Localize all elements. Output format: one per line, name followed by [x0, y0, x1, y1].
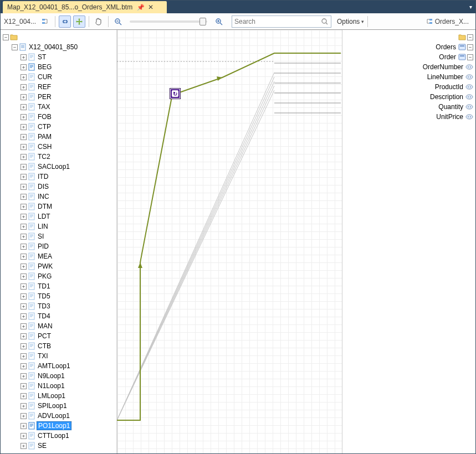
- tree-mode-button[interactable]: [39, 16, 52, 28]
- tree-row-td1[interactable]: +TD1: [3, 281, 116, 291]
- tree-row-cttloop1[interactable]: +CTTLoop1: [3, 431, 116, 441]
- expand-icon[interactable]: +: [21, 403, 27, 409]
- tree-row-mea[interactable]: +MEA: [3, 251, 116, 261]
- tree-row-po1loop1[interactable]: +PO1Loop1: [3, 421, 116, 431]
- collapse-icon[interactable]: −: [467, 44, 473, 50]
- tree-row-txi[interactable]: +TXI: [3, 351, 116, 361]
- link-green-in[interactable]: [117, 94, 172, 420]
- tree-row-si[interactable]: +SI: [3, 231, 116, 241]
- tree-row-pct[interactable]: +PCT: [3, 331, 116, 341]
- expand-icon[interactable]: +: [21, 84, 27, 90]
- expand-icon[interactable]: +: [21, 144, 27, 150]
- tree-row-se[interactable]: +SE: [3, 441, 116, 451]
- expand-icon[interactable]: +: [21, 343, 27, 349]
- expand-icon[interactable]: +: [21, 74, 27, 80]
- tree-row-schema[interactable]: −: [409, 32, 473, 42]
- expand-icon[interactable]: +: [21, 64, 27, 70]
- tree-row-tc2[interactable]: +TC2: [3, 152, 116, 162]
- expand-icon[interactable]: +: [21, 323, 27, 329]
- expand-icon[interactable]: +: [21, 204, 27, 210]
- zoom-slider[interactable]: [130, 20, 207, 23]
- zoom-out-button[interactable]: [112, 16, 124, 28]
- tree-row-inc[interactable]: +INC: [3, 192, 116, 202]
- tree-row-ctb[interactable]: +CTB: [3, 341, 116, 351]
- tree-row-pid[interactable]: +PID: [3, 241, 116, 251]
- options-dropdown[interactable]: Options ▾: [337, 18, 364, 25]
- expand-icon[interactable]: +: [21, 333, 27, 339]
- expand-icon[interactable]: +: [21, 353, 27, 359]
- tree-row-td5[interactable]: +TD5: [3, 291, 116, 301]
- collapse-icon[interactable]: −: [467, 34, 473, 40]
- tree-row-spiloop1[interactable]: +SPILoop1: [3, 401, 116, 411]
- tree-row-productid[interactable]: ProductId: [409, 82, 473, 92]
- expand-icon[interactable]: +: [21, 423, 27, 429]
- tree-row-tax[interactable]: +TAX: [3, 102, 116, 112]
- expand-icon[interactable]: +: [21, 194, 27, 200]
- expand-icon[interactable]: +: [21, 264, 27, 270]
- tree-row-ctp[interactable]: +CTP: [3, 122, 116, 132]
- tree-row-man[interactable]: +MAN: [3, 321, 116, 331]
- expand-icon[interactable]: +: [21, 184, 27, 190]
- tab-overflow-icon[interactable]: ▾: [469, 4, 472, 10]
- expand-icon[interactable]: +: [21, 234, 27, 240]
- search-input[interactable]: [234, 18, 321, 25]
- show-grid-button[interactable]: [73, 16, 85, 28]
- expand-icon[interactable]: +: [21, 164, 27, 170]
- dest-tree[interactable]: −Orders−Order−OrderNumberLineNumberProdu…: [409, 30, 475, 124]
- expand-icon[interactable]: +: [21, 224, 27, 230]
- search-icon[interactable]: [321, 18, 329, 25]
- expand-icon[interactable]: +: [21, 303, 27, 309]
- tree-row-lmloop1[interactable]: +LMLoop1: [3, 391, 116, 401]
- tree-row-quantity[interactable]: Quantity: [409, 102, 473, 112]
- expand-icon[interactable]: +: [21, 174, 27, 180]
- search-box[interactable]: [232, 16, 331, 28]
- tree-row-beg[interactable]: +BEG: [3, 62, 116, 72]
- pan-button[interactable]: [93, 16, 105, 28]
- expand-icon[interactable]: +: [21, 114, 27, 120]
- tree-row-itd[interactable]: +ITD: [3, 172, 116, 182]
- mapper-canvas[interactable]: ↻ −Orders−Order−OrderNumberLineNumberPro…: [117, 30, 475, 453]
- zoom-slider-thumb[interactable]: [199, 18, 206, 25]
- expand-icon[interactable]: +: [21, 433, 27, 439]
- collapse-icon[interactable]: −: [3, 34, 9, 40]
- tree-row-unitprice[interactable]: UnitPrice: [409, 112, 473, 122]
- expand-icon[interactable]: +: [21, 393, 27, 399]
- tree-row-advloop1[interactable]: +ADVLoop1: [3, 411, 116, 421]
- tree-row-orders[interactable]: Orders−: [409, 42, 473, 52]
- tree-row-csh[interactable]: +CSH: [3, 142, 116, 152]
- tree-row-dis[interactable]: +DIS: [3, 182, 116, 192]
- tree-row-fob[interactable]: +FOB: [3, 112, 116, 122]
- tree-row-linenumber[interactable]: LineNumber: [409, 72, 473, 82]
- tree-row-n1loop1[interactable]: +N1Loop1: [3, 381, 116, 391]
- zoom-in-button[interactable]: [213, 16, 225, 28]
- tree-row-sacloop1[interactable]: +SACLoop1: [3, 162, 116, 172]
- tree-row-ldt[interactable]: +LDT: [3, 211, 116, 221]
- collapse-icon[interactable]: −: [12, 44, 18, 50]
- expand-icon[interactable]: +: [21, 383, 27, 389]
- expand-icon[interactable]: +: [21, 54, 27, 60]
- tree-row-root[interactable]: −X12_00401_850: [3, 42, 116, 52]
- expand-icon[interactable]: +: [21, 274, 27, 280]
- document-tab[interactable]: Map_X12_00401_85...o_Orders_XML.btm 📌 ✕: [3, 1, 167, 13]
- tree-row-st[interactable]: +ST: [3, 52, 116, 62]
- expand-icon[interactable]: +: [21, 134, 27, 140]
- tree-row-description[interactable]: Description: [409, 92, 473, 102]
- show-links-button[interactable]: [59, 16, 71, 28]
- pin-icon[interactable]: 📌: [137, 4, 145, 11]
- tree-row-ordernumber[interactable]: OrderNumber: [409, 62, 473, 72]
- expand-icon[interactable]: +: [21, 373, 27, 379]
- collapse-icon[interactable]: −: [467, 54, 473, 60]
- tree-row-pwk[interactable]: +PWK: [3, 261, 116, 271]
- expand-icon[interactable]: +: [21, 214, 27, 220]
- expand-icon[interactable]: +: [21, 363, 27, 369]
- source-tree[interactable]: −−X12_00401_850+ST+BEG+CUR+REF+PER+TAX+F…: [1, 30, 117, 453]
- expand-icon[interactable]: +: [21, 283, 27, 290]
- tree-row-pkg[interactable]: +PKG: [3, 271, 116, 281]
- tree-row-order[interactable]: Order−: [409, 52, 473, 62]
- close-icon[interactable]: ✕: [148, 3, 153, 11]
- expand-icon[interactable]: +: [21, 154, 27, 160]
- tree-row-td4[interactable]: +TD4: [3, 311, 116, 321]
- tree-row-lin[interactable]: +LIN: [3, 221, 116, 231]
- tree-row-td3[interactable]: +TD3: [3, 301, 116, 311]
- tree-row-per[interactable]: +PER: [3, 92, 116, 102]
